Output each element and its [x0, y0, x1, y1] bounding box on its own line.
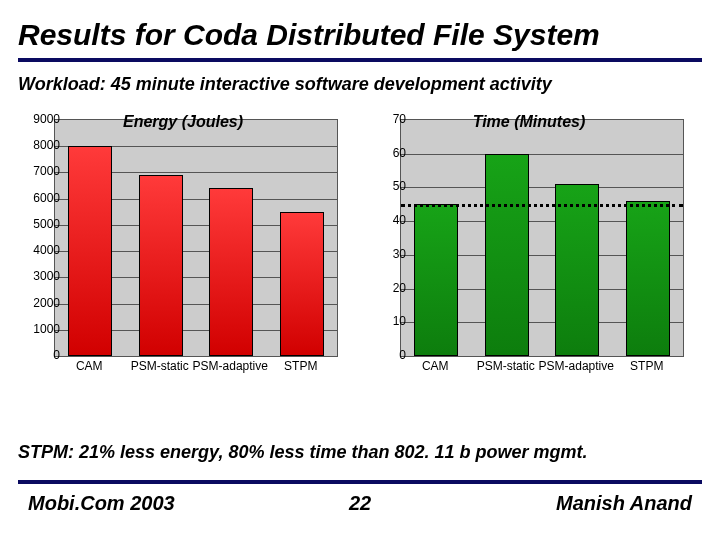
title-rule	[18, 58, 702, 62]
footer-author: Manish Anand	[556, 492, 692, 515]
y-tick: 60	[366, 146, 406, 160]
chart-energy: Energy (Joules)0100020003000400050006000…	[18, 115, 348, 387]
bar	[280, 212, 324, 356]
footer-page: 22	[349, 492, 371, 515]
y-tick: 0	[20, 348, 60, 362]
footer-rule	[18, 480, 702, 484]
category-label: STPM	[284, 359, 317, 373]
subtitle: Workload: 45 minute interactive software…	[18, 74, 702, 95]
footer-conference: Mobi.Com 2003	[28, 492, 175, 515]
y-tick: 5000	[20, 217, 60, 231]
bar	[209, 188, 253, 356]
slide: Results for Coda Distributed File System…	[0, 0, 720, 540]
slide-title: Results for Coda Distributed File System	[18, 18, 702, 52]
plot-area	[54, 119, 338, 357]
category-label: PSM-static	[477, 359, 535, 373]
y-tick: 10	[366, 314, 406, 328]
category-label: PSM-adaptive	[539, 359, 614, 373]
category-label: STPM	[630, 359, 663, 373]
y-tick: 6000	[20, 191, 60, 205]
y-tick: 3000	[20, 269, 60, 283]
bar	[68, 146, 112, 356]
y-tick: 2000	[20, 296, 60, 310]
category-label: PSM-adaptive	[193, 359, 268, 373]
charts-area: Energy (Joules)0100020003000400050006000…	[18, 105, 702, 405]
y-tick: 7000	[20, 164, 60, 178]
chart-title: Time (Minutes)	[364, 113, 694, 131]
reference-line	[401, 204, 683, 207]
chart-time: Time (Minutes)010203040506070CAMPSM-stat…	[364, 115, 694, 387]
y-tick: 40	[366, 213, 406, 227]
bar	[555, 184, 599, 356]
bar	[626, 201, 670, 356]
plot-area	[400, 119, 684, 357]
bar	[414, 204, 458, 356]
y-tick: 1000	[20, 322, 60, 336]
y-tick: 0	[366, 348, 406, 362]
y-tick: 50	[366, 179, 406, 193]
y-tick: 20	[366, 281, 406, 295]
y-tick: 8000	[20, 138, 60, 152]
conclusion-text: STPM: 21% less energy, 80% less time tha…	[18, 442, 702, 463]
chart-title: Energy (Joules)	[18, 113, 348, 131]
category-label: PSM-static	[131, 359, 189, 373]
bar	[485, 154, 529, 356]
category-label: CAM	[76, 359, 103, 373]
y-tick: 30	[366, 247, 406, 261]
category-label: CAM	[422, 359, 449, 373]
y-tick: 4000	[20, 243, 60, 257]
bar	[139, 175, 183, 356]
